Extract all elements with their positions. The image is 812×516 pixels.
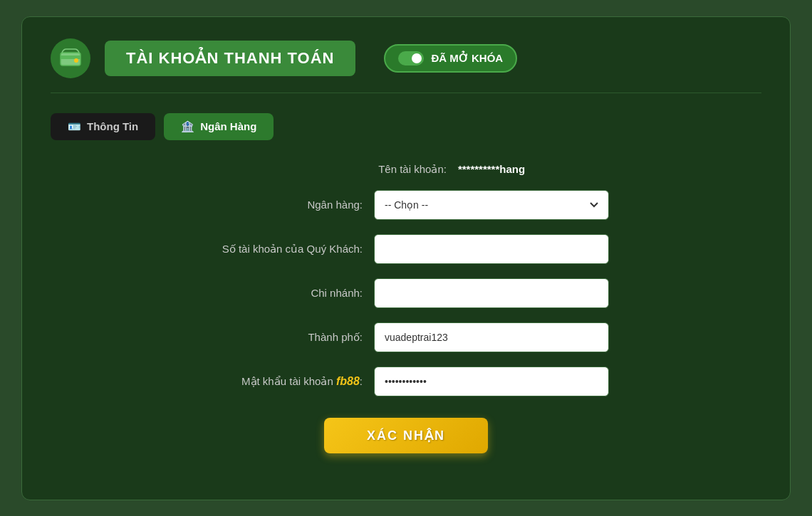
bank-label: Ngân hàng: — [203, 199, 374, 211]
account-number-input[interactable] — [374, 234, 609, 264]
branch-row: Chi nhánh: — [121, 278, 691, 308]
account-number-row: Số tài khoản của Quý Khách: — [121, 234, 691, 264]
header: TÀI KHOẢN THANH TOÁN ĐÃ MỞ KHÓA — [51, 38, 761, 93]
tab-thong-tin-label: Thông Tin — [87, 120, 138, 132]
branch-input[interactable] — [374, 278, 609, 308]
city-label: Thành phố: — [203, 331, 374, 344]
submit-row: XÁC NHẬN — [121, 418, 691, 453]
bank-select-row: Ngân hàng: -- Chọn -- Vietcombank BIDV A… — [121, 190, 691, 220]
fb88-brand: fb88 — [336, 375, 360, 387]
password-label-prefix: Mật khẩu tài khoản — [241, 375, 336, 387]
password-row: Mật khẩu tài khoản fb88: — [121, 367, 691, 396]
tab-thong-tin[interactable]: 🪪 Thông Tin — [51, 113, 155, 140]
city-input[interactable] — [374, 322, 609, 352]
branch-label: Chi nhánh: — [203, 287, 374, 299]
account-name-row: Tên tài khoản: **********hang — [121, 163, 691, 176]
payment-icon — [51, 38, 90, 78]
svg-point-2 — [74, 58, 78, 63]
bank-form: Tên tài khoản: **********hang Ngân hàng:… — [121, 163, 691, 453]
bank-icon: 🏦 — [181, 120, 194, 133]
status-badge: ĐÃ MỞ KHÓA — [384, 44, 517, 73]
password-label: Mật khẩu tài khoản fb88: — [203, 375, 374, 388]
main-container: TÀI KHOẢN THANH TOÁN ĐÃ MỞ KHÓA 🪪 Thông … — [21, 16, 791, 500]
tabs-container: 🪪 Thông Tin 🏦 Ngân Hàng — [51, 113, 761, 140]
password-input[interactable] — [374, 367, 609, 396]
account-name-value: **********hang — [458, 163, 525, 175]
bank-select[interactable]: -- Chọn -- Vietcombank BIDV Agribank Tec… — [374, 190, 609, 220]
password-label-suffix: : — [360, 375, 363, 387]
status-toggle-icon — [398, 51, 424, 65]
tab-ngan-hang-label: Ngân Hàng — [200, 120, 256, 132]
tab-ngan-hang[interactable]: 🏦 Ngân Hàng — [164, 113, 274, 140]
wallet-svg — [59, 47, 82, 70]
status-label: ĐÃ MỞ KHÓA — [431, 52, 503, 65]
account-number-label: Số tài khoản của Quý Khách: — [203, 243, 374, 256]
submit-button[interactable]: XÁC NHẬN — [324, 418, 488, 453]
account-name-label: Tên tài khoản: — [287, 163, 458, 176]
city-row: Thành phố: — [121, 322, 691, 352]
page-title: TÀI KHOẢN THANH TOÁN — [105, 41, 355, 76]
svg-rect-1 — [61, 56, 80, 59]
card-icon: 🪪 — [68, 120, 81, 133]
